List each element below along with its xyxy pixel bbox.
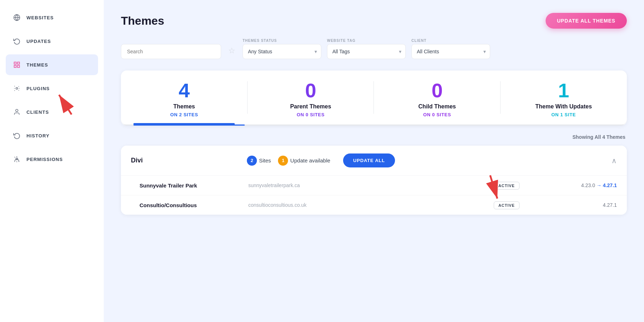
update-badge: 1 Update available: [278, 156, 330, 166]
theme-row-header: Divi2 Sites1 Update availableUPDATE ALL∧: [121, 146, 627, 176]
svg-point-7: [16, 109, 18, 112]
updates-icon: [13, 37, 21, 45]
svg-rect-4: [14, 65, 16, 68]
website-tag-label: WEBSITE TAG: [327, 39, 406, 43]
stats-row: 4ThemesON 2 SITES0Parent ThemesON 0 SITE…: [121, 70, 627, 125]
stat-card-themes[interactable]: 4ThemesON 2 SITES: [121, 70, 248, 125]
stats-container: 4ThemesON 2 SITES0Parent ThemesON 0 SITE…: [121, 70, 627, 126]
page-title: Themes: [121, 14, 164, 28]
history-icon: [13, 132, 21, 140]
main-content: Themes UPDATE ALL THEMES ☆ THEMES STATUS…: [104, 0, 644, 322]
client-label: CLIENT: [411, 39, 490, 43]
sidebar: WebsitesUpdatesThemesPluginsClientsHisto…: [0, 0, 104, 322]
website-tag-select-wrapper: All Tags: [327, 44, 406, 59]
stat-sub-themes: ON 2 SITES: [130, 112, 239, 117]
stat-label-themes-with-updates: Theme With Updates: [509, 103, 619, 110]
sidebar-item-history[interactable]: History: [6, 125, 98, 146]
theme-table: Divi2 Sites1 Update availableUPDATE ALL∧…: [121, 146, 627, 215]
permissions-icon: [13, 155, 21, 163]
stat-sub-child-themes: ON 0 SITES: [382, 112, 492, 117]
stat-card-themes-with-updates[interactable]: 1Theme With UpdatesON 1 SITE: [501, 70, 627, 125]
stat-sub-parent-themes: ON 0 SITES: [256, 112, 366, 117]
svg-point-6: [16, 88, 18, 89]
sidebar-item-label-history: History: [26, 133, 49, 138]
site-url: sunnyvaletrailerpark.ca: [248, 182, 485, 188]
theme-collapse-button[interactable]: ∧: [611, 156, 617, 165]
themes-status-select-wrapper: Any Status Active Inactive: [243, 44, 321, 59]
showing-row: Showing All 4 Themes: [121, 134, 627, 140]
stat-number-child-themes: 0: [382, 80, 492, 101]
plugins-icon: [13, 84, 21, 92]
site-version: 4.27.1: [545, 202, 617, 208]
themes-icon: [13, 61, 21, 69]
site-status-col: ACTIVE: [494, 182, 537, 189]
themes-status-label: THEMES STATUS: [243, 39, 321, 43]
header-row: Themes UPDATE ALL THEMES: [121, 13, 627, 29]
sidebar-item-label-clients: Clients: [26, 109, 49, 115]
site-version: 4.23.0 → 4.27.1: [545, 182, 617, 188]
sidebar-item-label-themes: Themes: [26, 62, 48, 68]
stat-label-themes: Themes: [130, 103, 239, 110]
sidebar-item-websites[interactable]: Websites: [6, 7, 98, 28]
update-all-button[interactable]: UPDATE ALL: [343, 153, 395, 167]
stat-card-parent-themes[interactable]: 0Parent ThemesON 0 SITES: [248, 70, 374, 125]
sidebar-item-updates[interactable]: Updates: [6, 31, 98, 52]
sidebar-item-permissions[interactable]: Permissions: [6, 149, 98, 170]
sidebar-item-themes[interactable]: Themes: [6, 54, 98, 75]
sidebar-item-label-updates: Updates: [26, 39, 51, 44]
themes-status-select[interactable]: Any Status Active Inactive: [243, 44, 321, 59]
clients-icon: [13, 108, 21, 116]
sidebar-item-plugins[interactable]: Plugins: [6, 78, 98, 99]
svg-rect-3: [18, 62, 20, 64]
client-group: CLIENT All Clients: [411, 39, 490, 59]
search-group: [121, 44, 221, 59]
sidebar-item-label-plugins: Plugins: [26, 86, 50, 91]
site-url: consultioconsultious.co.uk: [248, 202, 485, 208]
website-tag-group: WEBSITE TAG All Tags: [327, 39, 406, 59]
site-status-col: ACTIVE: [494, 202, 537, 208]
status-badge: ACTIVE: [494, 182, 519, 190]
client-select[interactable]: All Clients: [411, 44, 490, 59]
stats-tab-line: [121, 125, 627, 126]
sidebar-item-label-websites: Websites: [26, 15, 54, 20]
showing-label: Showing All 4 Themes: [572, 134, 625, 140]
themes-status-group: THEMES STATUS Any Status Active Inactive: [243, 39, 321, 59]
theme-name: Divi: [131, 157, 238, 164]
table-row: Sunnyvale Trailer Parksunnyvaletrailerpa…: [121, 176, 627, 195]
stat-sub-themes-with-updates: ON 1 SITE: [509, 112, 619, 117]
search-input[interactable]: [121, 44, 221, 59]
stat-number-themes-with-updates: 1: [509, 80, 619, 101]
stat-label-child-themes: Child Themes: [382, 103, 492, 110]
star-filter-button[interactable]: ☆: [227, 43, 237, 59]
site-name: Sunnyvale Trailer Park: [140, 182, 240, 189]
update-all-themes-button[interactable]: UPDATE ALL THEMES: [546, 13, 627, 29]
websites-icon: [13, 14, 21, 21]
stat-card-child-themes[interactable]: 0Child ThemesON 0 SITES: [374, 70, 501, 125]
status-badge: ACTIVE: [494, 201, 519, 209]
filters-row: ☆ THEMES STATUS Any Status Active Inacti…: [121, 39, 627, 59]
site-badge: 2 Sites: [247, 156, 271, 166]
theme-badges: 2 Sites1 Update availableUPDATE ALL: [247, 153, 603, 167]
update-count-badge: 1: [278, 156, 288, 166]
sidebar-item-label-permissions: Permissions: [26, 157, 63, 162]
table-row: Consultio/Consultiousconsultioconsultiou…: [121, 195, 627, 215]
sidebar-item-clients[interactable]: Clients: [6, 102, 98, 122]
svg-rect-5: [18, 65, 20, 68]
stat-number-themes: 4: [130, 80, 239, 101]
client-select-wrapper: All Clients: [411, 44, 490, 59]
stat-number-parent-themes: 0: [256, 80, 366, 101]
sites-count-badge: 2: [247, 156, 257, 166]
svg-rect-2: [14, 62, 16, 64]
website-tag-select[interactable]: All Tags: [327, 44, 406, 59]
stat-label-parent-themes: Parent Themes: [256, 103, 366, 110]
site-name: Consultio/Consultious: [140, 202, 240, 208]
